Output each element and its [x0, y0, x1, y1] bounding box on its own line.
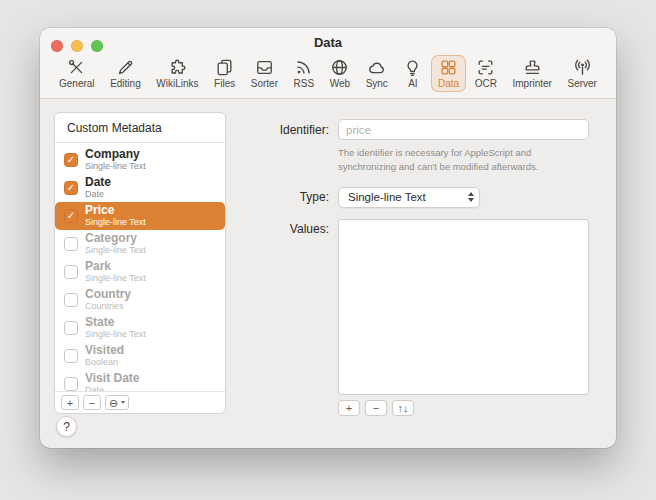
metadata-row-visit-date[interactable]: Visit DateDate — [55, 370, 225, 391]
titlebar: Data GeneralEditingWikiLinksFilesSorterR… — [40, 28, 616, 99]
metadata-row-country[interactable]: CountryCountries — [55, 286, 225, 314]
content-area: Custom Metadata ✓CompanySingle-line Text… — [40, 99, 616, 448]
remove-metadata-button[interactable]: − — [83, 395, 101, 410]
toolbar-item-label: WikiLinks — [156, 78, 198, 89]
toolbar-item-label: Web — [330, 78, 350, 89]
metadata-checkbox[interactable] — [64, 265, 78, 279]
toolbar-item-label: Editing — [110, 78, 141, 89]
metadata-action-menu-button[interactable]: ⊖ — [105, 395, 129, 410]
metadata-row-park[interactable]: ParkSingle-line Text — [55, 258, 225, 286]
identifier-label: Identifier: — [239, 123, 329, 137]
metadata-checkbox[interactable] — [64, 237, 78, 251]
metadata-checkbox[interactable] — [64, 377, 78, 391]
puzzle-icon — [168, 58, 187, 77]
toolbar-item-rss[interactable]: RSS — [287, 55, 322, 92]
metadata-row-text: VisitedBoolean — [85, 344, 124, 367]
metadata-row-text: CategorySingle-line Text — [85, 232, 146, 255]
metadata-row-date[interactable]: ✓DateDate — [55, 174, 225, 202]
metadata-checkbox[interactable]: ✓ — [64, 209, 78, 223]
metadata-checkbox[interactable] — [64, 293, 78, 307]
metadata-checkbox[interactable]: ✓ — [64, 181, 78, 195]
toolbar-item-label: Files — [214, 78, 235, 89]
custom-metadata-footer: +−⊖ — [55, 391, 225, 413]
zoom-button[interactable] — [91, 40, 103, 52]
metadata-type: Date — [85, 190, 111, 199]
type-label: Type: — [239, 190, 329, 204]
metadata-row-visited[interactable]: VisitedBoolean — [55, 342, 225, 370]
stamp-icon — [523, 58, 542, 77]
metadata-row-price[interactable]: ✓PriceSingle-line Text — [55, 202, 225, 230]
toolbar-item-label: General — [59, 78, 95, 89]
metadata-row-text: PriceSingle-line Text — [85, 204, 146, 227]
custom-metadata-panel: Custom Metadata ✓CompanySingle-line Text… — [54, 112, 226, 414]
values-label: Values: — [239, 222, 329, 236]
custom-metadata-list: ✓CompanySingle-line Text✓DateDate✓PriceS… — [55, 143, 225, 391]
tray-icon — [255, 58, 274, 77]
metadata-checkbox[interactable]: ✓ — [64, 153, 78, 167]
toolbar-item-label: Sorter — [251, 78, 278, 89]
custom-metadata-header: Custom Metadata — [55, 113, 225, 143]
metadata-name: Date — [85, 176, 111, 189]
reorder-values-button[interactable]: ↑↓ — [392, 400, 414, 416]
toolbar-item-data[interactable]: Data — [431, 55, 466, 92]
metadata-type: Countries — [85, 302, 131, 311]
metadata-checkbox[interactable] — [64, 321, 78, 335]
metadata-row-text: DateDate — [85, 176, 111, 199]
metadata-checkbox[interactable] — [64, 349, 78, 363]
toolbar-item-web[interactable]: Web — [323, 55, 357, 92]
remove-value-button[interactable]: − — [365, 400, 387, 416]
metadata-row-company[interactable]: ✓CompanySingle-line Text — [55, 146, 225, 174]
metadata-name: Visit Date — [85, 372, 139, 385]
metadata-row-text: CountryCountries — [85, 288, 131, 311]
metadata-row-text: CompanySingle-line Text — [85, 148, 146, 171]
ocr-icon — [476, 58, 495, 77]
cloud-icon — [367, 58, 386, 77]
metadata-type: Boolean — [85, 358, 124, 367]
preferences-toolbar: GeneralEditingWikiLinksFilesSorterRSSWeb… — [40, 52, 616, 98]
metadata-type: Single-line Text — [85, 274, 146, 283]
metadata-type: Single-line Text — [85, 218, 146, 227]
toolbar-item-label: OCR — [475, 78, 497, 89]
toolbar-item-ocr[interactable]: OCR — [468, 55, 504, 92]
add-metadata-button[interactable]: + — [61, 395, 79, 410]
close-button[interactable] — [51, 40, 63, 52]
toolbar-item-wikilinks[interactable]: WikiLinks — [149, 55, 205, 92]
metadata-row-text: ParkSingle-line Text — [85, 260, 146, 283]
metadata-name: Country — [85, 288, 131, 301]
toolbar-item-editing[interactable]: Editing — [103, 55, 148, 92]
toolbar-item-ai[interactable]: AI — [396, 55, 429, 92]
toolbar-item-general[interactable]: General — [52, 55, 102, 92]
help-button[interactable]: ? — [56, 416, 77, 437]
identifier-field[interactable] — [338, 119, 589, 140]
chevron-down-icon — [121, 401, 125, 404]
metadata-name: Company — [85, 148, 146, 161]
pencil-icon — [116, 58, 135, 77]
toolbar-item-files[interactable]: Files — [207, 55, 242, 92]
values-footer: +−↑↓ — [338, 400, 589, 416]
window-title: Data — [40, 34, 616, 52]
toolbar-item-imprinter[interactable]: Imprinter — [505, 55, 558, 92]
traffic-lights — [51, 40, 103, 52]
toolbar-item-label: AI — [408, 78, 417, 89]
toolbar-item-label: Sync — [366, 78, 388, 89]
toolbar-item-sync[interactable]: Sync — [359, 55, 395, 92]
antenna-icon — [573, 58, 592, 77]
lightbulb-icon — [403, 58, 422, 77]
values-list[interactable] — [338, 219, 589, 395]
type-select-value: Single-line Text — [348, 191, 426, 203]
globe-icon — [330, 58, 349, 77]
toolbar-item-server[interactable]: Server — [561, 55, 604, 92]
metadata-name: Visited — [85, 344, 124, 357]
metadata-row-text: StateSingle-line Text — [85, 316, 146, 339]
toolbar-item-label: Imprinter — [512, 78, 551, 89]
metadata-name: State — [85, 316, 146, 329]
metadata-type: Single-line Text — [85, 246, 146, 255]
metadata-row-category[interactable]: CategorySingle-line Text — [55, 230, 225, 258]
preferences-window: Data GeneralEditingWikiLinksFilesSorterR… — [40, 28, 616, 448]
metadata-row-state[interactable]: StateSingle-line Text — [55, 314, 225, 342]
add-value-button[interactable]: + — [338, 400, 360, 416]
minimize-button[interactable] — [71, 40, 83, 52]
metadata-name: Park — [85, 260, 146, 273]
type-select[interactable]: Single-line Text — [338, 187, 480, 208]
toolbar-item-sorter[interactable]: Sorter — [244, 55, 285, 92]
